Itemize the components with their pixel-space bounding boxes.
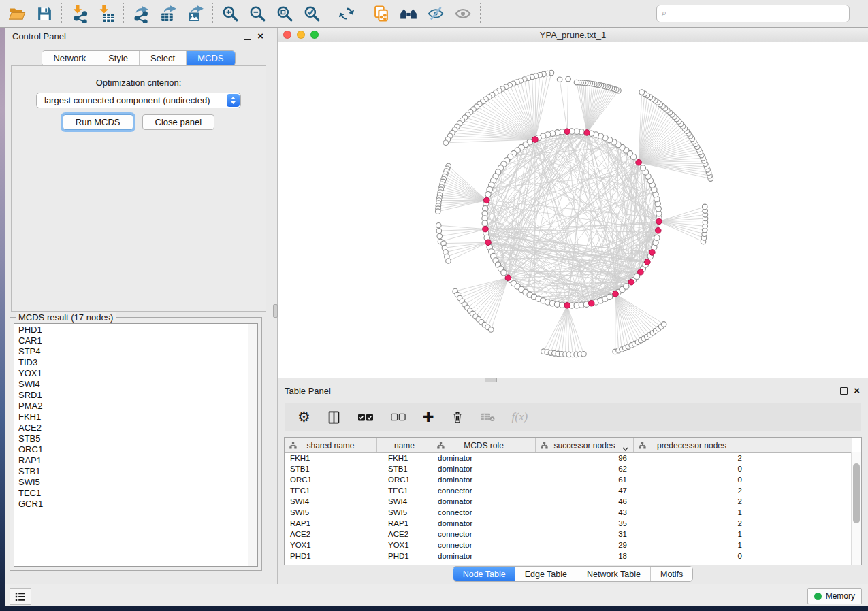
- optimization-criterion-label: Optimization criterion:: [12, 78, 266, 88]
- table-cell: dominator: [432, 519, 536, 527]
- close-panel-icon[interactable]: ×: [257, 33, 263, 39]
- table-cell: 1: [634, 541, 750, 549]
- export-image-button[interactable]: [182, 3, 209, 24]
- zoom-out-button[interactable]: [244, 3, 271, 24]
- mcds-result-item[interactable]: STP4: [18, 346, 248, 357]
- table-column-type-icon: [639, 442, 646, 451]
- optimization-criterion-select[interactable]: largest connected component (undirected): [36, 93, 241, 108]
- mcds-result-item[interactable]: GCR1: [18, 499, 248, 510]
- mcds-result-item[interactable]: SWI5: [18, 477, 248, 488]
- table-row[interactable]: FKH1FKH1dominator962: [285, 452, 852, 463]
- tab-select[interactable]: Select: [140, 51, 187, 65]
- search-field-wrap: ⌕: [656, 5, 850, 22]
- close-mcds-panel-button[interactable]: Close panel: [142, 114, 215, 130]
- table-mode-gear-icon[interactable]: ⚙: [298, 410, 310, 424]
- mcds-result-item[interactable]: STB1: [18, 466, 248, 477]
- zoom-selected-button[interactable]: [298, 3, 325, 24]
- clone-network-button[interactable]: [368, 3, 395, 24]
- table-row[interactable]: YOX1YOX1connector291: [285, 540, 852, 550]
- float-table-panel-icon[interactable]: [840, 387, 848, 395]
- zoom-group: [213, 3, 329, 24]
- zoom-in-button[interactable]: [216, 3, 244, 24]
- mcds-result-item[interactable]: STB5: [18, 433, 248, 444]
- open-folder-icon: [8, 5, 26, 22]
- control-panel: Control Panel × Network Style Select MCD…: [5, 28, 272, 584]
- table-row[interactable]: SWI5SWI5connector431: [285, 507, 852, 518]
- node-table-body: FKH1FKH1dominator962STB1STB1dominator620…: [285, 452, 852, 565]
- task-history-button[interactable]: [10, 588, 31, 605]
- show-all-hidden-button[interactable]: [449, 3, 477, 24]
- table-cell: STB1: [285, 465, 377, 473]
- save-session-button[interactable]: [31, 3, 58, 24]
- control-panel-tabs: Network Style Select MCDS: [5, 50, 272, 66]
- column-header-predecessor-nodes[interactable]: predecessor nodes: [634, 438, 750, 452]
- float-panel-icon[interactable]: [244, 33, 251, 40]
- table-row[interactable]: TEC1TEC1connector472: [285, 485, 852, 496]
- table-row[interactable]: SWI4SWI4dominator462: [285, 496, 852, 507]
- column-header-filler: [750, 438, 852, 452]
- table-row[interactable]: STB1STB1dominator620: [285, 463, 852, 474]
- export-network-button[interactable]: [127, 3, 155, 24]
- memory-button[interactable]: Memory: [807, 588, 862, 604]
- network-view-canvas[interactable]: [278, 42, 868, 378]
- open-session-button[interactable]: [3, 3, 31, 24]
- mcds-result-item[interactable]: TID3: [18, 357, 248, 368]
- close-table-panel-icon[interactable]: ×: [854, 387, 860, 394]
- table-row[interactable]: ACE2ACE2connector311: [285, 529, 852, 540]
- mcds-result-item[interactable]: YOX1: [18, 368, 248, 379]
- deselect-all-rows-icon[interactable]: [391, 413, 406, 421]
- table-cell: YOX1: [377, 541, 432, 549]
- table-column-type-icon: [437, 442, 445, 451]
- tab-edge-table[interactable]: Edge Table: [515, 567, 577, 581]
- table-row[interactable]: ORC1ORC1dominator610: [285, 474, 852, 485]
- export-table-button[interactable]: [155, 3, 182, 24]
- table-panel-tabs: Node Table Edge Table Network Table Moti…: [278, 566, 868, 582]
- export-image-icon: [187, 5, 205, 23]
- search-input[interactable]: [656, 5, 850, 22]
- zoom-fit-button[interactable]: [271, 3, 298, 24]
- create-column-icon[interactable]: ✚: [423, 409, 434, 425]
- column-header-label: shared name: [306, 441, 354, 450]
- tab-motifs[interactable]: Motifs: [651, 567, 692, 581]
- vertical-splitter[interactable]: [272, 28, 278, 584]
- run-mcds-button[interactable]: Run MCDS: [63, 114, 133, 130]
- mcds-result-item[interactable]: ACE2: [18, 423, 248, 433]
- import-network-button[interactable]: [65, 3, 93, 24]
- tab-network-table[interactable]: Network Table: [577, 567, 651, 581]
- show-hide-columns-icon[interactable]: [327, 410, 340, 425]
- column-header-name[interactable]: name: [377, 438, 432, 452]
- mcds-result-item[interactable]: PHD1: [18, 325, 248, 335]
- table-cell: dominator: [432, 476, 536, 484]
- tab-node-table[interactable]: Node Table: [453, 567, 515, 581]
- table-row[interactable]: PHD1PHD1dominator180: [285, 550, 852, 561]
- table-scrollbar[interactable]: [851, 452, 861, 565]
- column-header-MCDS-role[interactable]: MCDS role: [432, 438, 536, 452]
- column-header-successor-nodes[interactable]: successor nodes: [536, 438, 634, 452]
- column-header-shared-name[interactable]: shared name: [285, 438, 377, 452]
- mcds-list-scrollbar[interactable]: [248, 324, 257, 566]
- select-all-rows-icon[interactable]: [357, 413, 374, 422]
- table-toolbar: ⚙ ✚ f(x): [285, 403, 861, 431]
- mcds-result-item[interactable]: FKH1: [18, 412, 248, 423]
- first-neighbors-button[interactable]: [395, 3, 422, 24]
- mcds-result-item[interactable]: ORC1: [18, 444, 248, 455]
- import-table-button[interactable]: [93, 3, 120, 24]
- table-cell: ORC1: [377, 476, 432, 484]
- mcds-result-item[interactable]: SWI4: [18, 379, 248, 390]
- vertical-splitter-grip[interactable]: [273, 304, 278, 318]
- mcds-result-item[interactable]: SRD1: [18, 390, 248, 401]
- mcds-result-item[interactable]: CAR1: [18, 335, 248, 346]
- tab-mcds[interactable]: MCDS: [187, 51, 234, 65]
- tab-style[interactable]: Style: [97, 51, 140, 65]
- mcds-result-list[interactable]: PHD1CAR1STP4TID3YOX1SWI4SRD1PMA2FKH1ACE2…: [14, 323, 258, 567]
- table-cell: 0: [634, 552, 750, 560]
- mcds-result-item[interactable]: TEC1: [18, 488, 248, 499]
- table-row[interactable]: RAP1RAP1dominator352: [285, 518, 852, 529]
- hide-selected-button[interactable]: [422, 3, 449, 24]
- delete-columns-icon[interactable]: [451, 410, 464, 425]
- mcds-result-item[interactable]: RAP1: [18, 455, 248, 466]
- tab-network[interactable]: Network: [42, 51, 97, 65]
- table-scrollbar-thumb[interactable]: [853, 463, 860, 523]
- mcds-result-item[interactable]: PMA2: [18, 401, 248, 412]
- refresh-button[interactable]: [333, 3, 360, 24]
